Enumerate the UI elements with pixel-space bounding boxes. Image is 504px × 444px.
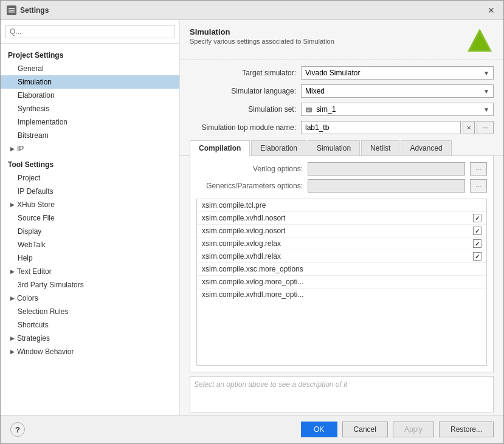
dialog-title: Settings: [20, 6, 49, 15]
settings-icon: [7, 5, 16, 15]
sidebar-item-webtalk[interactable]: WebTalk: [1, 238, 179, 251]
tab-elaboration[interactable]: Elaboration: [251, 140, 306, 155]
simulator-language-control: Mixed ▼: [301, 84, 494, 98]
sidebar: Project Settings General Simulation Elab…: [1, 20, 180, 415]
row-label: xsim.compile.xvlog.more_opti...: [202, 278, 482, 286]
sidebar-item-xhub-label: XHub Store: [17, 200, 55, 209]
table-row[interactable]: xsim.compile.xvhdl.nosort: [197, 212, 486, 225]
sidebar-item-source-file[interactable]: Source File: [1, 211, 179, 225]
simulation-set-label: Simulation set:: [190, 105, 296, 114]
panel-header: Simulation Specify various settings asso…: [180, 20, 503, 60]
sidebar-item-strategies[interactable]: ▶ Strategies: [1, 332, 179, 345]
arrow-icon-text-editor: ▶: [10, 268, 15, 275]
sidebar-item-colors[interactable]: ▶ Colors: [1, 292, 179, 305]
checkbox-xvlog-relax[interactable]: [473, 239, 482, 248]
checkbox-xvlog-nosort[interactable]: [473, 227, 482, 235]
sidebar-item-text-editor[interactable]: ▶ Text Editor: [1, 265, 179, 278]
generics-options-label: Generics/Parameters options:: [196, 182, 303, 190]
simulation-top-more[interactable]: ···: [477, 121, 494, 134]
sidebar-item-ip[interactable]: ▶ IP: [1, 142, 179, 155]
settings-dialog: Settings ✕ Project Settings General Simu…: [0, 0, 504, 444]
ok-button[interactable]: OK: [301, 422, 337, 437]
sidebar-item-window-behavior[interactable]: ▶ Window Behavior: [1, 345, 179, 358]
sidebar-item-selection-rules[interactable]: Selection Rules: [1, 305, 179, 318]
tab-advanced[interactable]: Advanced: [401, 140, 451, 155]
table-row[interactable]: xsim.compile.xvhdl.more_opti...: [197, 289, 486, 301]
row-label: xsim.compile.xvhdl.relax: [202, 252, 473, 261]
sidebar-item-strategies-label: Strategies: [17, 334, 50, 343]
sidebar-item-shortcuts[interactable]: Shortcuts: [1, 318, 179, 332]
sidebar-item-ip-defaults[interactable]: IP Defaults: [1, 185, 179, 198]
apply-button[interactable]: Apply: [393, 422, 434, 437]
svg-rect-1: [9, 8, 15, 9]
compilation-table: xsim.compile.tcl.pre xsim.compile.xvhdl.…: [196, 199, 487, 366]
sidebar-item-xhub-store[interactable]: ▶ XHub Store: [1, 198, 179, 211]
row-label: xsim.compile.tcl.pre: [202, 201, 482, 210]
sidebar-item-synthesis[interactable]: Synthesis: [1, 102, 179, 115]
tab-simulation[interactable]: Simulation: [308, 140, 360, 155]
generics-options-more[interactable]: ···: [470, 179, 487, 193]
dialog-footer: ? OK Cancel Apply Restore...: [1, 415, 503, 443]
sidebar-item-colors-label: Colors: [17, 294, 38, 302]
sidebar-item-text-editor-label: Text Editor: [17, 267, 52, 276]
target-simulator-control: Vivado Simulator ▼: [301, 66, 494, 80]
simulation-set-dropdown[interactable]: sim_1 ▼: [301, 103, 494, 116]
panel-header-text: Simulation Specify various settings asso…: [190, 27, 334, 45]
verilog-options-input[interactable]: [308, 162, 465, 176]
simulation-top-clear[interactable]: ✕: [463, 121, 475, 134]
row-label: xsim.compile.xvlog.nosort: [202, 227, 473, 235]
tab-content-compilation: Verilog options: ··· Generics/Parameters…: [190, 156, 494, 372]
table-row[interactable]: xsim.compile.xvlog.nosort: [197, 225, 486, 237]
row-label: xsim.compile.xvhdl.more_opti...: [202, 290, 482, 299]
sidebar-item-general[interactable]: General: [1, 62, 179, 75]
panel-subtitle: Specify various settings associated to S…: [190, 38, 334, 45]
footer-left: ?: [10, 422, 25, 437]
target-simulator-label: Target simulator:: [190, 69, 296, 77]
checkbox-xvhdl-nosort[interactable]: [473, 214, 482, 222]
sidebar-item-display[interactable]: Display: [1, 225, 179, 238]
restore-button[interactable]: Restore...: [439, 422, 494, 437]
sidebar-item-ip-label: IP: [17, 145, 24, 153]
description-placeholder: Select an option above to see a descript…: [194, 380, 347, 389]
target-simulator-dropdown[interactable]: Vivado Simulator ▼: [301, 66, 494, 80]
simulation-top-input-row: ✕ ···: [301, 121, 494, 134]
table-row[interactable]: xsim.compile.xsc.more_options: [197, 263, 486, 276]
simulator-language-dropdown[interactable]: Mixed ▼: [301, 84, 494, 98]
sidebar-item-elaboration[interactable]: Elaboration: [1, 89, 179, 102]
search-box: [1, 20, 179, 44]
tabs-container: Compilation Elaboration Simulation Netli…: [180, 140, 503, 156]
verilog-options-row: Verilog options: ···: [196, 162, 487, 176]
simulator-language-label: Simulator language:: [190, 87, 296, 95]
sidebar-item-3rd-party[interactable]: 3rd Party Simulators: [1, 278, 179, 292]
svg-rect-2: [9, 10, 15, 11]
help-button[interactable]: ?: [10, 422, 25, 437]
arrow-icon: ▶: [10, 146, 15, 152]
simulator-language-arrow: ▼: [483, 88, 489, 95]
target-simulator-arrow: ▼: [483, 70, 489, 77]
simulation-set-arrow: ▼: [483, 106, 489, 113]
generics-options-input[interactable]: [308, 179, 465, 193]
table-row[interactable]: xsim.compile.xvlog.more_opti...: [197, 276, 486, 289]
cancel-button[interactable]: Cancel: [342, 422, 388, 437]
sidebar-item-project[interactable]: Project: [1, 171, 179, 185]
sidebar-item-simulation[interactable]: Simulation: [1, 75, 179, 89]
sidebar-item-implementation[interactable]: Implementation: [1, 115, 179, 129]
project-settings-label: Project Settings: [1, 49, 179, 62]
tab-compilation[interactable]: Compilation: [190, 140, 250, 156]
generics-options-row: Generics/Parameters options: ···: [196, 179, 487, 193]
close-button[interactable]: ✕: [485, 4, 497, 16]
table-row[interactable]: xsim.compile.xvlog.relax: [197, 237, 486, 250]
title-bar-left: Settings: [7, 5, 49, 15]
table-row[interactable]: xsim.compile.tcl.pre: [197, 199, 486, 212]
sidebar-item-bitstream[interactable]: Bitstream: [1, 129, 179, 142]
row-label: xsim.compile.xvhdl.nosort: [202, 214, 473, 222]
sidebar-item-help[interactable]: Help: [1, 251, 179, 265]
checkbox-xvhdl-relax[interactable]: [473, 252, 482, 261]
search-input[interactable]: [5, 25, 174, 38]
tool-settings-label: Tool Settings: [1, 158, 179, 171]
simulation-top-input[interactable]: [301, 121, 461, 134]
verilog-options-more[interactable]: ···: [470, 162, 487, 176]
table-row[interactable]: xsim.compile.xvhdl.relax: [197, 250, 486, 263]
arrow-icon-window-behavior: ▶: [10, 349, 15, 355]
tab-netlist[interactable]: Netlist: [361, 140, 399, 155]
